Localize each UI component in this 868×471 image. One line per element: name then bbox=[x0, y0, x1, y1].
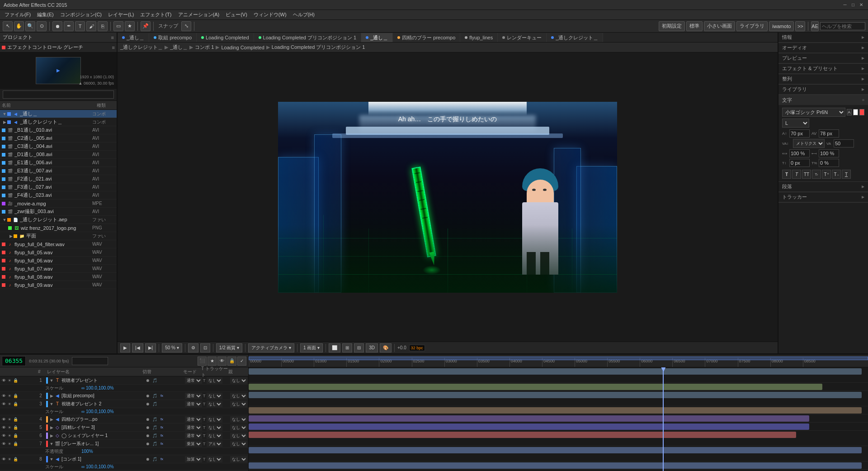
layer-expand-0[interactable]: ▼ bbox=[49, 378, 54, 383]
sw-audio-5[interactable]: 🎵 bbox=[151, 433, 158, 439]
font-family-selector[interactable]: 小塚ゴシック Pr6N bbox=[782, 108, 845, 117]
font-style-selector[interactable]: L bbox=[782, 119, 809, 128]
tool-shape-star[interactable]: ★ bbox=[125, 21, 135, 31]
timeline-ruler[interactable]: 0000000500010000150002000025000300003500… bbox=[249, 355, 868, 367]
layer-row-2[interactable]: 👁 ☀ 🔒 3▼T視聴者プレゼント 2 ⏺ 🎵 通常T なしなし bbox=[0, 400, 248, 408]
comp-tab-8[interactable]: _通しクレジット＿ bbox=[547, 33, 603, 42]
menu-edit[interactable]: 編集(E) bbox=[34, 10, 57, 19]
layer-row-0[interactable]: 👁 ☀ 🔒 1▼T視聴者プレゼント ⏺ 🎵 通常T なしなし bbox=[0, 376, 248, 385]
layer-solo-2[interactable]: ☀ bbox=[7, 401, 12, 407]
tool-puppet[interactable]: 📌 bbox=[141, 21, 151, 31]
sw-video-4[interactable]: ⏺ bbox=[144, 424, 151, 431]
layer-expand-7[interactable]: ▼ bbox=[49, 457, 54, 462]
project-item-9[interactable]: 🎬_F3通し_027.aviAVI bbox=[0, 183, 117, 191]
comp-tab-5[interactable]: 四精のブラー precompo bbox=[393, 33, 460, 42]
sw-fx-3[interactable]: fx bbox=[159, 416, 165, 423]
project-item-19[interactable]: ♪flyup_full_07.wavWAV bbox=[0, 265, 117, 273]
tool-text[interactable]: T bbox=[75, 21, 85, 31]
tracker-section-header[interactable]: トラッカー ▶ bbox=[778, 192, 868, 202]
tool-record[interactable]: ⏺ bbox=[52, 21, 62, 31]
project-item-6[interactable]: 🎬_E1通し_006.aviAVI bbox=[0, 159, 117, 167]
effect-panel-menu[interactable]: ≡ bbox=[112, 45, 115, 50]
sw-audio-4[interactable]: 🎵 bbox=[151, 424, 158, 431]
project-expand-15[interactable]: ▶ bbox=[8, 233, 14, 239]
layer-expand-6[interactable]: ▼ bbox=[49, 441, 54, 447]
breadcrumb-item-1[interactable]: _通しクレジット＿ bbox=[120, 44, 163, 51]
camera-selector[interactable]: アクティブカメラ ▾ bbox=[248, 343, 294, 352]
comp-tab-2[interactable]: Loading Completed bbox=[197, 33, 254, 42]
close-button[interactable]: ✕ bbox=[858, 2, 864, 8]
align-section-header[interactable]: 整列 ▶ bbox=[778, 74, 868, 84]
font-size-input[interactable] bbox=[789, 129, 810, 138]
effect-control-label[interactable]: エフェクトコントロール グレーチ bbox=[7, 44, 83, 51]
project-item-4[interactable]: 🎬_C3通し_004.aviAVI bbox=[0, 143, 117, 151]
layer-eye-4[interactable]: 👁 bbox=[1, 425, 6, 430]
layer-row-7[interactable]: 👁 ☀ 🔒 8▼◀[コンポ 1] ⏺ 🎵 fx 加算T なしなし bbox=[0, 455, 248, 463]
sub-prop-value-0[interactable]: ∞ 100.0,100.0% bbox=[81, 385, 114, 390]
layer-row-6[interactable]: 👁 ☀ 🔒 7▼🎬[グレー系オレ... 1] ⏺ 🎵 fx 乗算T アル反なし bbox=[0, 440, 248, 448]
track-bar-8[interactable] bbox=[249, 462, 862, 469]
baseline-input[interactable] bbox=[789, 159, 810, 167]
sw-fx-1[interactable]: fx bbox=[159, 393, 165, 399]
layer-lock-5[interactable]: 🔒 bbox=[13, 433, 18, 438]
search-help-input[interactable] bbox=[820, 22, 865, 30]
project-item-15[interactable]: ▶📁平面ファい bbox=[0, 232, 117, 240]
toggle-transparency[interactable]: ⬜ bbox=[329, 343, 340, 352]
track-bar-4[interactable] bbox=[249, 415, 809, 422]
layer-expand-2[interactable]: ▼ bbox=[49, 401, 54, 407]
layer-eye-0[interactable]: 👁 bbox=[1, 378, 6, 383]
sw-video-5[interactable]: ⏺ bbox=[144, 433, 151, 439]
mode-select-2[interactable]: 通常 bbox=[185, 401, 202, 407]
project-item-12[interactable]: 🎬_zwr撮影_003.aviAVI bbox=[0, 208, 117, 216]
mode-select-7[interactable]: 加算 bbox=[185, 456, 202, 462]
sw-audio-6[interactable]: 🎵 bbox=[151, 441, 158, 447]
sw-audio-0[interactable]: 🎵 bbox=[151, 377, 158, 384]
prev-frame-button[interactable]: |◀ bbox=[132, 343, 143, 352]
sw-video-6[interactable]: ⏺ bbox=[144, 441, 151, 447]
track-select-7[interactable]: なし bbox=[207, 456, 222, 462]
breadcrumb-item-3[interactable]: コンポ 1 bbox=[195, 44, 214, 51]
breadcrumb-item-2[interactable]: _通し＿ bbox=[170, 44, 188, 51]
comp-tab-0[interactable]: _通し＿ bbox=[118, 33, 149, 42]
text-style-allcaps[interactable]: TT bbox=[802, 170, 811, 179]
search-help-btn[interactable]: AE bbox=[811, 21, 819, 31]
parent-select-2[interactable]: なし bbox=[230, 401, 247, 407]
tsume-input[interactable] bbox=[819, 159, 839, 167]
track-bar-5[interactable] bbox=[249, 423, 809, 430]
text-style-sub[interactable]: T₋ bbox=[832, 170, 841, 179]
layer-eye-5[interactable]: 👁 bbox=[1, 433, 6, 438]
layer-eye-2[interactable]: 👁 bbox=[1, 401, 6, 407]
track-select-2[interactable]: なし bbox=[207, 401, 222, 407]
minimize-button[interactable]: ─ bbox=[842, 2, 848, 8]
parent-select-3[interactable]: なし bbox=[230, 416, 247, 423]
project-item-3[interactable]: 🎬_C2通し_005.aviAVI bbox=[0, 134, 117, 143]
project-item-5[interactable]: 🎬_D1通し_008.aviAVI bbox=[0, 151, 117, 159]
sw-video-7[interactable]: ⏺ bbox=[144, 456, 151, 462]
parent-select-4[interactable]: なし bbox=[230, 424, 247, 431]
track-bar-7[interactable] bbox=[249, 447, 862, 453]
layer-eye-6[interactable]: 👁 bbox=[1, 441, 6, 447]
layer-solo-7[interactable]: ☀ bbox=[7, 457, 12, 462]
text-style-italic[interactable]: T bbox=[792, 170, 801, 179]
project-tab-label[interactable]: プロジェクト bbox=[3, 34, 33, 41]
text-style-bold[interactable]: T bbox=[782, 170, 791, 179]
sw-audio-1[interactable]: 🎵 bbox=[151, 393, 158, 399]
layer-lock-6[interactable]: 🔒 bbox=[13, 441, 18, 447]
breadcrumb-item-4[interactable]: Loading Completed bbox=[221, 45, 264, 50]
tool-brush[interactable]: 🖌 bbox=[86, 21, 96, 31]
mode-select-1[interactable]: 通常 bbox=[185, 393, 202, 399]
project-item-8[interactable]: 🎬_F2通し_021.aviAVI bbox=[0, 175, 117, 183]
project-item-13[interactable]: ▼📄_通しクレジット.aepファい bbox=[0, 216, 117, 224]
project-item-1[interactable]: ▶◀_通しクレジット＿コンポ bbox=[0, 118, 117, 126]
layer-lock-1[interactable]: 🔒 bbox=[13, 393, 18, 399]
timeline-playhead[interactable] bbox=[663, 367, 664, 471]
parent-select-5[interactable]: なし bbox=[230, 433, 247, 439]
track-bar-0[interactable] bbox=[249, 368, 862, 375]
sw-video-2[interactable]: ⏺ bbox=[144, 401, 151, 407]
play-button[interactable]: ▶ bbox=[120, 343, 130, 352]
tl-btn-hide[interactable]: 👁 bbox=[217, 357, 226, 366]
layer-solo-1[interactable]: ☀ bbox=[7, 393, 12, 399]
toggle-grid[interactable]: ⊞ bbox=[342, 343, 352, 352]
mode-select-0[interactable]: 通常 bbox=[185, 377, 202, 384]
menu-window[interactable]: ウィンドウ(W) bbox=[251, 10, 289, 19]
